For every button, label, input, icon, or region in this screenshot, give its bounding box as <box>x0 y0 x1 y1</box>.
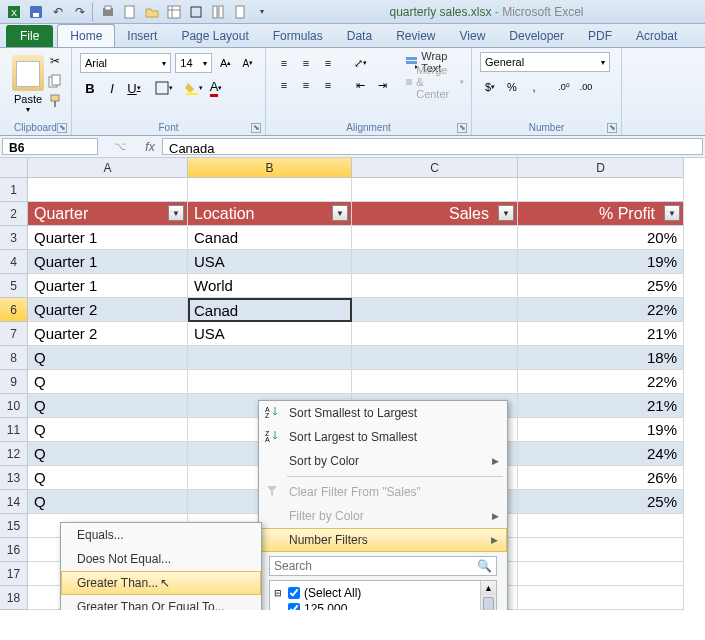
cell[interactable]: 19% <box>518 250 684 274</box>
open-icon[interactable] <box>142 2 162 22</box>
cell[interactable]: USA <box>188 250 352 274</box>
tab-data[interactable]: Data <box>335 25 384 47</box>
clipboard-expand-icon[interactable]: ⬊ <box>57 123 67 133</box>
check-item-select-all[interactable]: ⊟ (Select All) <box>274 585 492 601</box>
qat-dropdown-icon[interactable]: ▾ <box>252 2 272 22</box>
fill-color-button[interactable]: ▾ <box>184 78 204 98</box>
new-icon[interactable] <box>120 2 140 22</box>
border-button[interactable]: ▾ <box>154 78 174 98</box>
formula-bar[interactable]: Canada <box>162 138 703 155</box>
font-color-button[interactable]: A▾ <box>206 78 226 98</box>
row-header[interactable]: 11 <box>0 418 28 442</box>
select-all-cell[interactable] <box>0 158 28 178</box>
align-left-icon[interactable]: ≡ <box>274 75 294 95</box>
sort-by-color-item[interactable]: Sort by Color▶ <box>259 449 507 473</box>
cell[interactable]: Quarter 1 <box>28 250 188 274</box>
row-header[interactable]: 17 <box>0 562 28 586</box>
font-name-select[interactable]: Arial▾ <box>80 53 171 73</box>
cell[interactable]: Quarter 1 <box>28 274 188 298</box>
not-equal-item[interactable]: Does Not Equal... <box>61 547 261 571</box>
row-header[interactable]: 7 <box>0 322 28 346</box>
row-header[interactable]: 3 <box>0 226 28 250</box>
cell[interactable]: 18% <box>518 346 684 370</box>
col-header-b[interactable]: B <box>188 158 352 178</box>
tab-acrobat[interactable]: Acrobat <box>624 25 689 47</box>
cell[interactable]: 26% <box>518 466 684 490</box>
paste-button[interactable]: Paste ▾ <box>8 52 48 116</box>
cell[interactable]: Quarter 2 <box>28 298 188 322</box>
increase-font-icon[interactable]: A▴ <box>216 53 234 73</box>
save-icon[interactable] <box>26 2 46 22</box>
col-header-d[interactable]: D <box>518 158 684 178</box>
cell[interactable] <box>352 226 518 250</box>
cell[interactable] <box>188 370 352 394</box>
row-header[interactable]: 8 <box>0 346 28 370</box>
row-header[interactable]: 14 <box>0 490 28 514</box>
filter-button-icon[interactable]: ▼ <box>498 205 514 221</box>
sort-asc-item[interactable]: AZSort Smallest to Largest <box>259 401 507 425</box>
row-header[interactable]: 2 <box>0 202 28 226</box>
cell[interactable]: Q <box>28 442 188 466</box>
cell[interactable]: USA <box>188 322 352 346</box>
sort-desc-item[interactable]: ZASort Largest to Smallest <box>259 425 507 449</box>
pivot-icon[interactable] <box>164 2 184 22</box>
tab-formulas[interactable]: Formulas <box>261 25 335 47</box>
percent-icon[interactable]: % <box>502 77 522 97</box>
cell[interactable] <box>518 562 684 586</box>
cell[interactable]: 19% <box>518 418 684 442</box>
page-break-icon[interactable] <box>208 2 228 22</box>
cell[interactable]: 25% <box>518 274 684 298</box>
row-header[interactable]: 18 <box>0 586 28 610</box>
table-header-profit[interactable]: % Profit▼ <box>518 202 684 226</box>
checkbox[interactable] <box>288 603 300 610</box>
cell[interactable]: Q <box>28 394 188 418</box>
table-header-quarter[interactable]: Quarter▼ <box>28 202 188 226</box>
fx-icon[interactable]: fx <box>140 136 160 157</box>
tab-developer[interactable]: Developer <box>497 25 576 47</box>
copy-icon[interactable] <box>46 74 64 90</box>
cell[interactable] <box>352 250 518 274</box>
tab-page-layout[interactable]: Page Layout <box>169 25 260 47</box>
cell[interactable]: 20% <box>518 226 684 250</box>
col-header-c[interactable]: C <box>352 158 518 178</box>
check-item[interactable]: 125,000 <box>274 601 492 610</box>
increase-indent-icon[interactable]: ⇥ <box>372 75 392 95</box>
cut-icon[interactable]: ✂ <box>46 54 64 70</box>
cell[interactable]: Quarter 1 <box>28 226 188 250</box>
scroll-thumb[interactable] <box>483 597 494 610</box>
increase-decimal-icon[interactable]: .0⁰ <box>554 77 574 97</box>
cell[interactable]: 22% <box>518 298 684 322</box>
font-expand-icon[interactable]: ⬊ <box>251 123 261 133</box>
alignment-expand-icon[interactable]: ⬊ <box>457 123 467 133</box>
bold-button[interactable]: B <box>80 78 100 98</box>
align-right-icon[interactable]: ≡ <box>318 75 338 95</box>
table-header-sales[interactable]: Sales▼ <box>352 202 518 226</box>
cell[interactable] <box>352 298 518 322</box>
currency-icon[interactable]: $▾ <box>480 77 500 97</box>
cell[interactable]: Canad <box>188 298 352 322</box>
cell[interactable] <box>518 178 684 202</box>
filter-button-icon[interactable]: ▼ <box>664 205 680 221</box>
format-painter-icon[interactable] <box>46 94 64 110</box>
tab-home[interactable]: Home <box>57 24 115 47</box>
align-bottom-icon[interactable]: ≡ <box>318 53 338 73</box>
orientation-icon[interactable]: ⤢▾ <box>350 53 370 73</box>
tab-pdf[interactable]: PDF <box>576 25 624 47</box>
cell[interactable] <box>352 370 518 394</box>
row-header[interactable]: 10 <box>0 394 28 418</box>
cell[interactable] <box>518 538 684 562</box>
cell[interactable]: World <box>188 274 352 298</box>
row-header[interactable]: 5 <box>0 274 28 298</box>
greater-than-item[interactable]: Greater Than...↖ <box>61 571 261 595</box>
cell[interactable]: Q <box>28 466 188 490</box>
cell[interactable]: 25% <box>518 490 684 514</box>
tab-review[interactable]: Review <box>384 25 447 47</box>
cell[interactable] <box>352 346 518 370</box>
filter-search-input[interactable]: 🔍 <box>269 556 497 576</box>
cell[interactable]: Q <box>28 370 188 394</box>
undo-icon[interactable]: ↶ <box>48 2 68 22</box>
cell[interactable] <box>352 274 518 298</box>
align-center-icon[interactable]: ≡ <box>296 75 316 95</box>
cell[interactable]: Q <box>28 418 188 442</box>
cell[interactable] <box>518 586 684 610</box>
